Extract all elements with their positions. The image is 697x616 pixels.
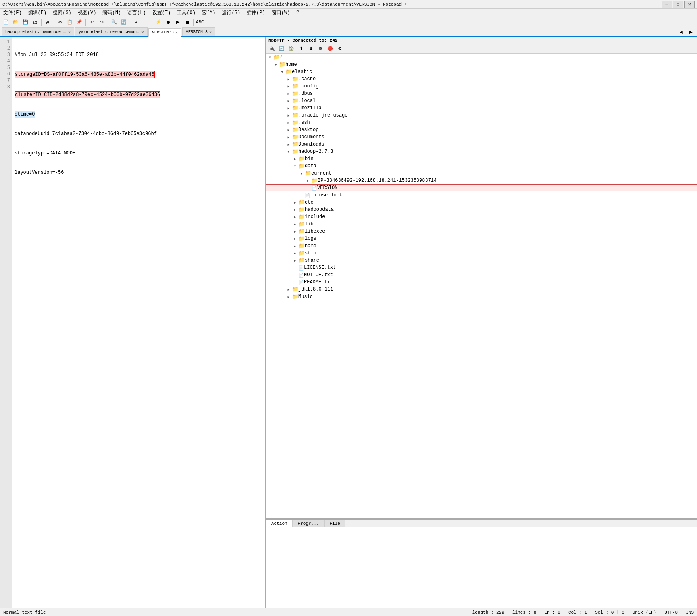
tree-ssh[interactable]: ▶ 📁 .ssh — [266, 119, 697, 126]
redo-button[interactable]: ↪ — [97, 18, 106, 27]
tree-documents[interactable]: ▶ 📁 Documents — [266, 133, 697, 141]
cut-button[interactable]: ✂ — [56, 18, 64, 27]
tree-config[interactable]: ▶ 📁 .config — [266, 83, 697, 90]
tab-scroll-right[interactable]: ▶ — [687, 27, 695, 36]
tree-desktop[interactable]: ▶ 📁 Desktop — [266, 126, 697, 133]
tree-in-use-lock[interactable]: 📄 in_use.lock — [266, 191, 697, 199]
tab-2-close[interactable]: ✕ — [141, 30, 144, 35]
replace-button[interactable]: 🔄 — [119, 18, 128, 27]
tree-bp[interactable]: ▶ 📁 BP-334636492-192.168.18.241-15323539… — [266, 177, 697, 184]
menu-help[interactable]: ? — [295, 10, 301, 16]
run-button[interactable]: ABC — [196, 18, 204, 27]
ftp-refresh-button[interactable]: 🔄 — [277, 44, 286, 53]
menu-language[interactable]: 语言(L) — [126, 9, 148, 16]
code-area[interactable]: #Mon Jul 23 09:55:34 EDT 2018 storageID=… — [12, 37, 265, 608]
play-button[interactable]: ▶ — [173, 18, 182, 27]
ftp-tab-file[interactable]: File — [324, 520, 345, 527]
maximize-button[interactable]: □ — [673, 1, 683, 8]
print-button[interactable]: 🖨 — [43, 18, 52, 27]
copy-button[interactable]: 📋 — [65, 18, 74, 27]
menu-file[interactable]: 文件(F) — [2, 9, 23, 16]
code-text-5: datanodeUuid=7c1abaa2-7304-4cbc-86d9-7eb… — [15, 131, 157, 137]
tree-name[interactable]: ▶ 📁 name — [266, 242, 697, 250]
tree-current[interactable]: ▼ 📁 current — [266, 170, 697, 177]
tab-version1[interactable]: VERSION:3 ✕ — [148, 28, 181, 37]
tab-version1-close[interactable]: ✕ — [175, 30, 178, 35]
tree-dbus[interactable]: ▶ 📁 .dbus — [266, 90, 697, 97]
menu-encoding[interactable]: 编码(N) — [101, 9, 123, 16]
sync-button[interactable]: ⚡ — [154, 18, 163, 27]
tree-hadoopdata[interactable]: ▶ 📁 hadoopdata — [266, 206, 697, 213]
save-button[interactable]: 💾 — [21, 18, 30, 27]
ftp-connect-button[interactable]: 🔌 — [268, 44, 277, 53]
tree-etc[interactable]: ▶ 📁 etc — [266, 199, 697, 206]
menu-window[interactable]: 窗口(W) — [270, 9, 292, 16]
data-label: data — [305, 163, 316, 169]
ftp-download-button[interactable]: ⬇ — [306, 44, 315, 53]
tree-music[interactable]: ▶ 📁 Music — [266, 293, 697, 300]
tree-hadoop[interactable]: ▼ 📁 hadoop-2.7.3 — [266, 148, 697, 155]
menu-macro[interactable]: 宏(M) — [200, 9, 217, 16]
menu-run[interactable]: 运行(R) — [220, 9, 242, 16]
tree-root[interactable]: ▼ 📁 / — [266, 54, 697, 61]
menu-view[interactable]: 视图(V) — [76, 9, 98, 16]
tree-lib[interactable]: ▶ 📁 lib — [266, 221, 697, 228]
ftp-settings-button[interactable]: ⚙ — [316, 44, 325, 53]
record-button[interactable]: ⏺ — [164, 18, 173, 27]
jdk-arrow: ▶ — [285, 288, 292, 291]
ftp-tree[interactable]: ▼ 📁 / ▼ 📁 home ▼ 📁 elastic — [266, 54, 697, 519]
tree-bin[interactable]: ▶ 📁 bin — [266, 155, 697, 162]
stop-button[interactable]: ⏹ — [183, 18, 192, 27]
open-button[interactable]: 📂 — [11, 18, 20, 27]
menu-edit[interactable]: 编辑(E) — [27, 9, 48, 16]
minimize-button[interactable]: ─ — [662, 1, 672, 8]
hadoop-folder-icon: 📁 — [292, 148, 298, 155]
zoom-in-button[interactable]: + — [132, 18, 141, 27]
tree-logs[interactable]: ▶ 📁 logs — [266, 235, 697, 242]
tree-libexec[interactable]: ▶ 📁 libexec — [266, 228, 697, 235]
tree-notice[interactable]: 📄 NOTICE.txt — [266, 271, 697, 279]
tree-cache[interactable]: ▶ 📁 .cache — [266, 75, 697, 83]
save-all-button[interactable]: 🗂 — [31, 18, 40, 27]
menu-search[interactable]: 搜索(S) — [51, 9, 73, 16]
tree-mozilla[interactable]: ▶ 📁 .mozilla — [266, 104, 697, 112]
menu-tools[interactable]: 工具(O) — [175, 9, 197, 16]
tree-include[interactable]: ▶ 📁 include — [266, 213, 697, 221]
tab-1[interactable]: hadoop-elastic-namenode-centosMaster.log… — [2, 27, 74, 36]
tab-scroll-left[interactable]: ◀ — [677, 27, 686, 36]
menu-plugins[interactable]: 插件(P) — [245, 9, 267, 16]
zoom-out-button[interactable]: - — [141, 18, 150, 27]
tree-data[interactable]: ▼ 📁 data — [266, 162, 697, 170]
cache-folder-icon: 📁 — [292, 76, 298, 82]
tree-downloads[interactable]: ▶ 📁 Downloads — [266, 141, 697, 148]
tab-version2[interactable]: VERSION:3 ✕ — [182, 27, 215, 36]
code-line-3: clusterID=CID-2d88d2a8-79ec-4524-b60b-97… — [15, 91, 263, 98]
tree-sbin[interactable]: ▶ 📁 sbin — [266, 250, 697, 257]
tab-version2-close[interactable]: ✕ — [209, 30, 212, 35]
undo-button[interactable]: ↩ — [87, 18, 96, 27]
tree-oracle-jre[interactable]: ▶ 📁 .oracle_jre_usage — [266, 112, 697, 119]
tree-readme[interactable]: 📄 README.txt — [266, 279, 697, 286]
titlebar: C:\Users\wen.bin\AppData\Roaming\Notepad… — [0, 0, 697, 9]
tree-jdk[interactable]: ▶ 📁 jdk1.8.0_111 — [266, 286, 697, 293]
find-button[interactable]: 🔍 — [110, 18, 119, 27]
tree-license[interactable]: 📄 LICENSE.txt — [266, 264, 697, 271]
tree-version[interactable]: 📄 VERSION — [266, 184, 697, 191]
ftp-tab-action[interactable]: Action — [266, 520, 293, 527]
close-button[interactable]: ✕ — [684, 1, 695, 8]
tree-home[interactable]: ▼ 📁 home — [266, 61, 697, 68]
ftp-gear-button[interactable]: ⚙ — [335, 44, 344, 53]
ftp-home-button[interactable]: 🏠 — [287, 44, 296, 53]
ftp-tab-progress[interactable]: Progr... — [293, 520, 325, 527]
menu-settings[interactable]: 设置(T) — [151, 9, 173, 16]
tab-1-close[interactable]: ✕ — [68, 30, 71, 35]
tree-share[interactable]: ▶ 📁 share — [266, 257, 697, 264]
new-button[interactable]: 📄 — [2, 18, 10, 27]
ftp-pane: NppFTP - Connected to: 242 🔌 🔄 🏠 ⬆ ⬇ ⚙ 🔴… — [266, 37, 697, 608]
tree-elastic[interactable]: ▼ 📁 elastic — [266, 68, 697, 75]
ftp-upload-button[interactable]: ⬆ — [297, 44, 306, 53]
tab-2[interactable]: yarn-elastic-resourcemanager-centosMaste… — [75, 27, 148, 36]
paste-button[interactable]: 📌 — [75, 18, 84, 27]
ftp-stop-button[interactable]: 🔴 — [326, 44, 335, 53]
tree-local[interactable]: ▶ 📁 .local — [266, 97, 697, 104]
